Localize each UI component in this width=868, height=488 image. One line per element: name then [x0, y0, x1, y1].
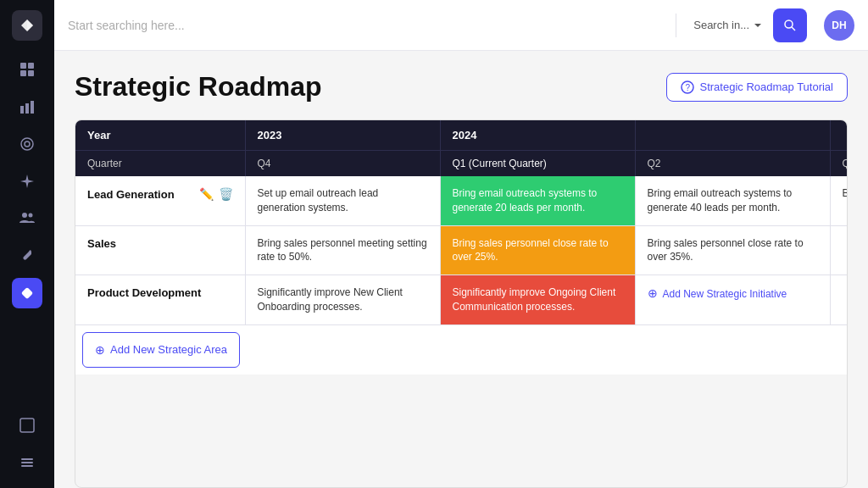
- svg-point-16: [785, 20, 793, 28]
- sidebar: [0, 0, 54, 488]
- svg-rect-12: [20, 419, 34, 432]
- lead-gen-q4: Set up email outreach lead generation sy…: [245, 176, 440, 225]
- page-content: Strategic Roadmap ? Strategic Roadmap Tu…: [54, 51, 868, 488]
- sales-q1: Bring sales personnel close rate to over…: [440, 225, 635, 275]
- tutorial-button[interactable]: ? Strategic Roadmap Tutorial: [666, 73, 848, 102]
- svg-rect-3: [28, 70, 34, 76]
- product-dev-q2: ⊕ Add New Strategic Initiative: [635, 275, 830, 325]
- svg-rect-11: [21, 287, 33, 299]
- svg-line-17: [792, 27, 795, 30]
- sidebar-icon-menu[interactable]: [12, 447, 42, 478]
- delete-icon[interactable]: 🗑️: [219, 186, 233, 203]
- add-strategic-area-button[interactable]: ⊕ Add New Strategic Area: [82, 332, 240, 368]
- page-title: Strategic Roadmap: [75, 71, 322, 103]
- svg-text:?: ?: [686, 83, 691, 92]
- sidebar-icon-circle[interactable]: [12, 129, 42, 159]
- roadmap-table-container: Year 2023 2024 Quarter Q4 Q1 (Current Qu…: [75, 119, 848, 488]
- svg-point-8: [25, 141, 30, 147]
- topbar: Search in... DH: [54, 0, 868, 51]
- sales-q2: Bring sales personnel close rate to over…: [635, 225, 830, 275]
- lead-gen-q2: Bring email outreach systems to generate…: [635, 176, 830, 225]
- area-label-sales: Sales: [75, 225, 245, 275]
- svg-rect-6: [31, 101, 34, 114]
- search-input[interactable]: [68, 19, 659, 32]
- year-2024-q1: 2024: [440, 120, 635, 151]
- roadmap-table: Year 2023 2024 Quarter Q4 Q1 (Current Qu…: [75, 120, 848, 374]
- table-row: Sales Bring sales personnel meeting sett…: [75, 225, 848, 275]
- sidebar-icon-tag[interactable]: [12, 410, 42, 441]
- sidebar-icon-people[interactable]: [12, 203, 42, 234]
- sales-q3: [830, 225, 848, 275]
- table-row: Product Development Significantly improv…: [75, 275, 848, 325]
- sales-q4: Bring sales personnel meeting setting ra…: [245, 225, 440, 275]
- svg-point-7: [21, 138, 33, 150]
- year-label-header: Year: [75, 120, 245, 151]
- sidebar-icon-wrench[interactable]: [12, 241, 42, 271]
- product-dev-q1: Significantly improve Ongoing Client Com…: [440, 275, 635, 325]
- lead-gen-q3: B...: [830, 176, 848, 225]
- search-button[interactable]: [773, 8, 807, 42]
- svg-rect-1: [28, 63, 34, 69]
- sidebar-icon-chart[interactable]: [12, 92, 42, 122]
- quarter-q4: Q4: [245, 151, 440, 177]
- question-icon: ?: [681, 80, 694, 94]
- sidebar-icon-diamond[interactable]: [12, 278, 42, 308]
- year-2023: 2023: [245, 120, 440, 151]
- year-row: Year 2023 2024: [75, 120, 848, 151]
- year-2024-q3: [830, 120, 848, 151]
- svg-point-10: [29, 214, 33, 218]
- plus-circle-icon: ⊕: [95, 343, 105, 357]
- sidebar-icon-sparkle[interactable]: [12, 166, 42, 197]
- lead-gen-q1: Bring email outreach systems to generate…: [440, 176, 635, 225]
- area-label-product-dev: Product Development: [75, 275, 245, 325]
- add-area-cell: ⊕ Add New Strategic Area: [75, 324, 848, 374]
- add-area-row: ⊕ Add New Strategic Area: [75, 324, 848, 374]
- label-icons: ✏️ 🗑️: [199, 186, 233, 203]
- svg-rect-15: [21, 465, 33, 467]
- label-content: Sales: [87, 236, 233, 252]
- quarter-label-header: Quarter: [75, 151, 245, 177]
- label-content: Product Development: [87, 286, 233, 301]
- quarter-row: Quarter Q4 Q1 (Current Quarter) Q2 Q3: [75, 151, 848, 177]
- search-in-dropdown[interactable]: Search in...: [693, 19, 763, 31]
- quarter-q3: Q3: [830, 151, 848, 177]
- page-header: Strategic Roadmap ? Strategic Roadmap Tu…: [75, 71, 848, 103]
- table-row: Lead Generation ✏️ 🗑️ Set up email outre…: [75, 176, 848, 225]
- chevron-down-icon: [753, 20, 763, 30]
- svg-rect-0: [20, 63, 26, 69]
- product-dev-q3: [830, 275, 848, 325]
- sidebar-bottom: [12, 410, 42, 478]
- main-content: Search in... DH Strategic Roadmap ? Stra…: [54, 0, 868, 488]
- svg-rect-2: [20, 70, 26, 76]
- label-content: Lead Generation ✏️ 🗑️: [87, 186, 233, 203]
- svg-rect-14: [21, 462, 33, 463]
- add-initiative-button[interactable]: ⊕ Add New Strategic Initiative: [648, 286, 818, 302]
- sidebar-icon-grid[interactable]: [12, 54, 42, 85]
- quarter-q1-current: Q1 (Current Quarter): [440, 151, 635, 177]
- search-icon: [783, 19, 797, 32]
- year-2024-q2: [635, 120, 830, 151]
- svg-point-9: [22, 213, 27, 218]
- quarter-q2: Q2: [635, 151, 830, 177]
- edit-icon[interactable]: ✏️: [199, 186, 214, 203]
- svg-rect-5: [25, 103, 29, 114]
- svg-rect-4: [20, 106, 24, 114]
- area-label-lead-gen: Lead Generation ✏️ 🗑️: [75, 176, 245, 225]
- search-divider: [676, 14, 676, 37]
- app-logo[interactable]: [12, 10, 42, 41]
- user-avatar[interactable]: DH: [824, 10, 854, 41]
- plus-circle-icon: ⊕: [648, 286, 658, 302]
- product-dev-q4: Significantly improve New Client Onboard…: [245, 275, 440, 325]
- svg-rect-13: [21, 458, 33, 460]
